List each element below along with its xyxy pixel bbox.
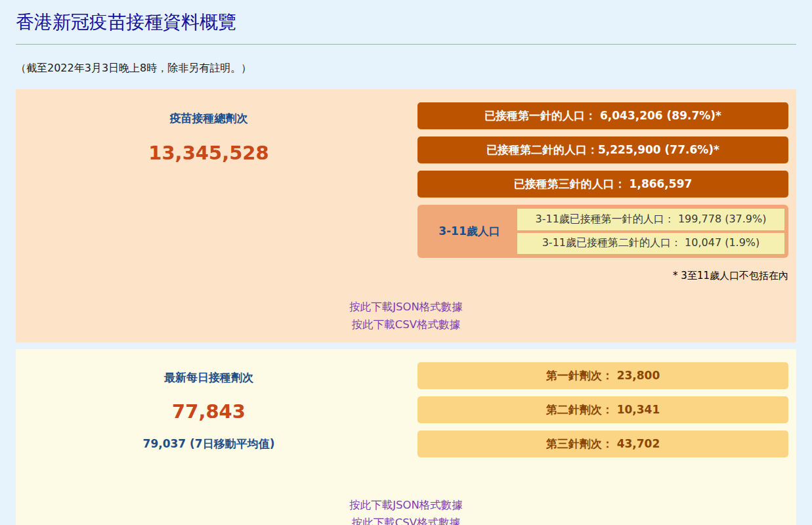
title-divider [16,44,796,45]
third-dose-daily-bar: 第三針劑次： 43,702 [417,430,788,457]
daily-doses-value: 77,843 [16,402,402,421]
total-doses-download-links: 按此下載JSON格式數據 按此下載CSV格式數據 [16,298,796,333]
second-dose-daily-bar: 第二針劑次： 10,341 [417,396,788,423]
total-doses-download-json-link[interactable]: 按此下載JSON格式數據 [16,298,796,316]
daily-doses-download-json-link[interactable]: 按此下載JSON格式數據 [16,496,796,514]
total-doses-download-csv-link[interactable]: 按此下載CSV格式數據 [16,316,796,333]
daily-doses-download-csv-link[interactable]: 按此下載CSV格式數據 [16,514,796,525]
daily-doses-panel: 最新每日接種劑次 77,843 79,037 (7日移動平均值) 第一針劑次： … [16,349,796,525]
total-doses-panel: 疫苗接種總劑次 13,345,528 已接種第一針的人口： 6,043,206 … [16,89,796,343]
first-dose-daily-bar: 第一針劑次： 23,800 [417,362,788,389]
total-doses-bars: 已接種第一針的人口： 6,043,206 (89.7%)* 已接種第二針的人口：… [417,89,788,282]
total-doses-columns: 疫苗接種總劑次 13,345,528 已接種第一針的人口： 6,043,206 … [16,89,796,282]
page-title: 香港新冠疫苗接種資料概覽 [16,0,796,34]
age-3-11-first-dose-row: 3-11歲已接種第一針的人口： 199,778 (37.9%) [517,209,784,230]
second-dose-population-bar: 已接種第二針的人口：5,225,900 (77.6%)* [417,136,788,163]
daily-doses-label: 最新每日接種劑次 [16,369,402,385]
daily-doses-bars: 第一針劑次： 23,800 第二針劑次： 10,341 第三針劑次： 43,70… [417,349,788,465]
daily-doses-moving-average: 79,037 (7日移動平均值) [16,436,402,452]
age-3-11-second-dose-row: 3-11歲已接種第二針的人口： 10,047 (1.9%) [517,233,784,255]
age-3-11-rows: 3-11歲已接種第一針的人口： 199,778 (37.9%) 3-11歲已接種… [517,209,784,254]
age-exclusion-footnote: * 3至11歲人口不包括在內 [417,270,788,282]
total-doses-summary: 疫苗接種總劑次 13,345,528 [16,89,417,282]
total-doses-label: 疫苗接種總劑次 [16,110,402,126]
first-dose-population-bar: 已接種第一針的人口： 6,043,206 (89.7%)* [417,102,788,129]
third-dose-population-bar: 已接種第三針的人口： 1,866,597 [417,171,788,198]
age-3-11-label: 3-11歲人口 [421,224,517,239]
age-3-11-section: 3-11歲人口 3-11歲已接種第一針的人口： 199,778 (37.9%) … [417,205,788,258]
total-doses-value: 13,345,528 [16,143,402,163]
page: 香港新冠疫苗接種資料概覽 （截至2022年3月3日晚上8時，除非另有註明。） 疫… [0,0,812,525]
daily-doses-summary: 最新每日接種劑次 77,843 79,037 (7日移動平均值) [16,349,417,465]
daily-doses-download-links: 按此下載JSON格式數據 按此下載CSV格式數據 [16,496,796,525]
as-of-note: （截至2022年3月3日晚上8時，除非另有註明。） [16,62,796,75]
daily-doses-columns: 最新每日接種劑次 77,843 79,037 (7日移動平均值) 第一針劑次： … [16,349,796,465]
